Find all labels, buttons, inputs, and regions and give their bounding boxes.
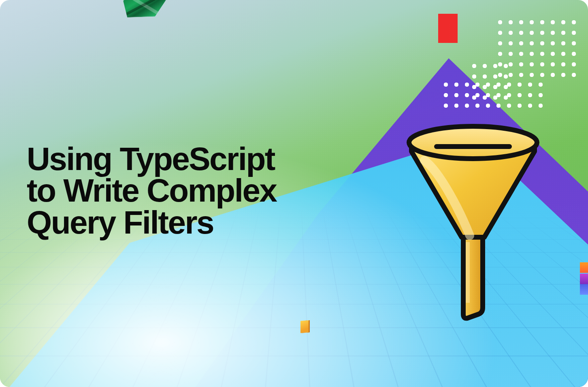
- orange-cube: [300, 320, 309, 333]
- hero-banner: Using TypeScript to Write Complex Query …: [0, 0, 588, 387]
- emerald-gem: [119, 0, 168, 18]
- funnel-icon: [400, 116, 546, 326]
- svg-rect-2: [466, 242, 470, 303]
- red-rectangle: [438, 14, 458, 43]
- hero-title-line: Using TypeScript: [27, 141, 275, 177]
- edge-chip: [580, 274, 588, 284]
- hero-title-line: to Write Complex: [27, 172, 276, 208]
- edge-chip: [580, 262, 588, 273]
- svg-point-0: [409, 126, 537, 159]
- hero-title-line: Query Filters: [27, 204, 213, 240]
- hero-title: Using TypeScript to Write Complex Query …: [27, 143, 276, 238]
- edge-chip: [580, 284, 588, 295]
- halftone-dots: [441, 79, 546, 112]
